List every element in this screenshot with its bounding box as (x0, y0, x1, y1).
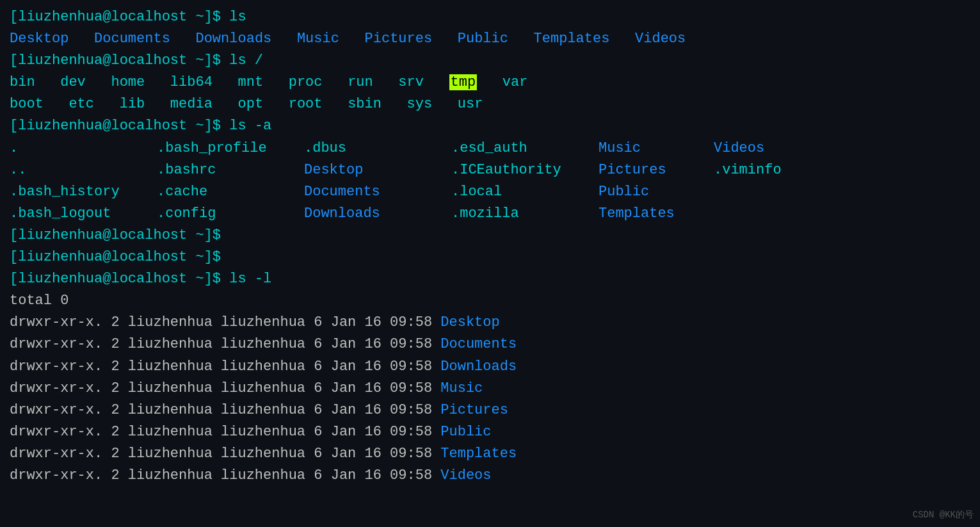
prompt-line-6: [liuzhenhua@localhost ~]$ ls -l (10, 268, 970, 290)
terminal: [liuzhenhua@localhost ~]$ ls Desktop Doc… (10, 6, 970, 487)
prompt-line-5: [liuzhenhua@localhost ~]$ (10, 247, 970, 268)
ls-l-public: drwxr-xr-x. 2 liuzhenhua liuzhenhua 6 Ja… (10, 421, 970, 443)
prompt-line-2: [liuzhenhua@localhost ~]$ ls / (10, 50, 970, 72)
ls-root-row1: bin dev home lib64 mnt proc run srv tmp … (10, 72, 970, 93)
ls-a-row1: ..bash_profile.dbus.esd_authMusicVideos (10, 138, 970, 159)
prompt-line-1: [liuzhenhua@localhost ~]$ ls (10, 6, 970, 28)
ls-l-documents: drwxr-xr-x. 2 liuzhenhua liuzhenhua 6 Ja… (10, 334, 970, 355)
ls-l-videos: drwxr-xr-x. 2 liuzhenhua liuzhenhua 6 Ja… (10, 465, 970, 487)
ls-l-pictures: drwxr-xr-x. 2 liuzhenhua liuzhenhua 6 Ja… (10, 400, 970, 421)
ls-a-row4: .bash_logout.configDownloads.mozillaTemp… (10, 203, 970, 225)
ls-a-row3: .bash_history.cacheDocuments.localPublic (10, 181, 970, 203)
ls-output: Desktop Documents Downloads Music Pictur… (10, 28, 970, 50)
ls-l-music: drwxr-xr-x. 2 liuzhenhua liuzhenhua 6 Ja… (10, 378, 970, 400)
ls-l-total: total 0 (10, 290, 970, 312)
prompt-line-3: [liuzhenhua@localhost ~]$ ls -a (10, 115, 970, 137)
tmp-highlight: tmp (449, 74, 478, 90)
ls-root-row2: boot etc lib media opt root sbin sys usr (10, 93, 970, 115)
watermark: CSDN @KK的号 (913, 509, 974, 521)
prompt-line-4: [liuzhenhua@localhost ~]$ (10, 225, 970, 247)
ls-l-templates: drwxr-xr-x. 2 liuzhenhua liuzhenhua 6 Ja… (10, 443, 970, 465)
ls-a-row2: ...bashrcDesktop.ICEauthorityPictures.vi… (10, 159, 970, 181)
ls-l-downloads: drwxr-xr-x. 2 liuzhenhua liuzhenhua 6 Ja… (10, 356, 970, 378)
ls-l-desktop: drwxr-xr-x. 2 liuzhenhua liuzhenhua 6 Ja… (10, 312, 970, 334)
